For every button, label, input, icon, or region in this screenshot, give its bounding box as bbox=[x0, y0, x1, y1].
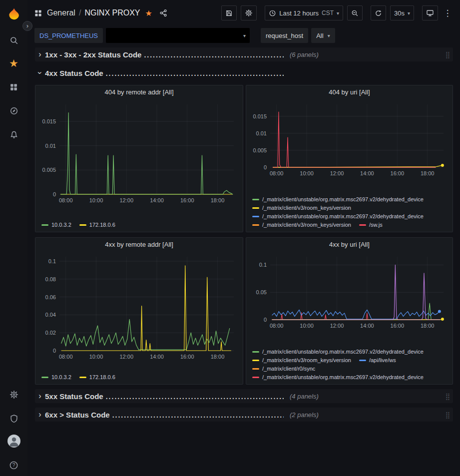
legend-series-swatch-icon bbox=[252, 360, 259, 361]
panel-title[interactable]: 4xx by remote addr [All] bbox=[35, 238, 243, 252]
sidebar: ★ bbox=[0, 0, 27, 476]
svg-text:0.005: 0.005 bbox=[253, 147, 267, 153]
refresh-button[interactable] bbox=[371, 5, 386, 20]
legend-item[interactable]: /_matrix/client/unstable/org.matrix.msc2… bbox=[252, 196, 424, 202]
legend-item[interactable]: /_matrix/client/r0/sync bbox=[252, 366, 315, 372]
panel-title[interactable]: 404 by remote addr [All] bbox=[35, 85, 243, 99]
sidebar-expand-button[interactable]: › bbox=[22, 21, 32, 31]
panel-title[interactable]: 4xx by uri [All] bbox=[246, 238, 453, 252]
apps-grid-icon bbox=[34, 9, 42, 17]
legend-item[interactable]: 10.0.3.2 bbox=[41, 222, 71, 228]
row-title: 5xx Status Code bbox=[45, 392, 103, 401]
sidebar-item-dashboards[interactable] bbox=[0, 76, 27, 97]
datasource-select[interactable]: ▾ bbox=[106, 28, 250, 43]
timeseries-chart[interactable]: 08:0010:0012:0014:0016:0018:0000.0050.01… bbox=[248, 99, 451, 178]
legend-series-label: /_matrix/client/unstable/org.matrix.msc2… bbox=[262, 374, 424, 380]
legend-series-label: /_matrix/client/r0/sync bbox=[262, 366, 315, 372]
legend-series-label: 10.0.3.2 bbox=[51, 374, 71, 380]
sidebar-item-configuration[interactable] bbox=[0, 384, 27, 405]
svg-text:14:00: 14:00 bbox=[150, 354, 164, 360]
row-drag-handle-icon[interactable]: ⣿ bbox=[445, 51, 450, 58]
svg-text:?: ? bbox=[12, 463, 15, 468]
svg-text:0.015: 0.015 bbox=[253, 113, 267, 119]
row-panel-count: (4 panels) bbox=[290, 393, 319, 400]
legend-series-swatch-icon bbox=[79, 377, 86, 378]
svg-text:16:00: 16:00 bbox=[180, 354, 194, 360]
svg-text:08:00: 08:00 bbox=[59, 354, 73, 360]
svg-text:0.05: 0.05 bbox=[256, 289, 267, 295]
legend-series-label: 172.18.0.6 bbox=[89, 374, 115, 380]
kebab-icon: ⋮ bbox=[444, 8, 452, 18]
timeseries-chart[interactable]: 08:0010:0012:0014:0016:0018:0000.020.040… bbox=[37, 252, 241, 362]
chart-legend: 10.0.3.2172.18.0.6 bbox=[35, 220, 243, 232]
legend-series-label: /sw.js bbox=[369, 222, 383, 228]
timeseries-chart[interactable]: 08:0010:0012:0014:0016:0018:0000.0050.01… bbox=[37, 99, 241, 205]
legend-item[interactable]: /_matrix/client/v3/room_keys/version bbox=[252, 205, 351, 211]
panel-title[interactable]: 404 by uri [All] bbox=[246, 85, 453, 99]
row-header-6xx[interactable]: › 6xx > Status Code ....................… bbox=[35, 408, 453, 422]
tv-mode-button[interactable] bbox=[422, 5, 438, 20]
row-header-4xx[interactable]: › 4xx Status Code ......................… bbox=[35, 66, 453, 80]
bell-icon bbox=[9, 130, 18, 139]
row-drag-handle-icon[interactable]: ⣿ bbox=[445, 393, 450, 400]
chevron-down-icon: ▾ bbox=[408, 10, 410, 16]
legend-item[interactable]: 10.0.3.2 bbox=[41, 374, 71, 380]
legend-item[interactable]: /_matrix/client/unstable/org.matrix.msc2… bbox=[252, 213, 424, 219]
share-icon[interactable] bbox=[159, 9, 167, 17]
legend-item[interactable]: /_matrix/client/v3/room_keys/version bbox=[252, 357, 351, 363]
legend-item[interactable]: /_matrix/client/unstable/org.matrix.msc2… bbox=[252, 349, 424, 355]
datasource-variable-label[interactable]: DS_PROMETHEUS bbox=[34, 28, 103, 43]
sidebar-item-alerting[interactable] bbox=[0, 124, 27, 145]
legend-series-swatch-icon bbox=[41, 224, 48, 226]
row-header-1xx-3xx-2xx[interactable]: › 1xx - 3xx - 2xx Status Code ..........… bbox=[35, 47, 453, 61]
refresh-interval-select[interactable]: 30s ▾ bbox=[390, 5, 414, 20]
sidebar-item-help[interactable]: ? bbox=[0, 455, 27, 476]
favorite-star-icon[interactable]: ★ bbox=[145, 8, 152, 18]
row-title-dots: ........................................… bbox=[106, 69, 284, 77]
legend-item[interactable]: /api/live/ws bbox=[359, 357, 396, 363]
svg-text:0.015: 0.015 bbox=[42, 118, 56, 124]
kebab-menu-button[interactable]: ⋮ bbox=[442, 8, 453, 18]
row-panel-count: (2 panels) bbox=[290, 411, 319, 419]
breadcrumb-folder[interactable]: General bbox=[47, 8, 75, 17]
save-dashboard-button[interactable] bbox=[221, 5, 237, 20]
chart-legend: /_matrix/client/unstable/org.matrix.msc2… bbox=[246, 347, 453, 384]
chevron-right-icon: › bbox=[35, 50, 45, 59]
legend-item[interactable]: /_matrix/client/unstable/org.matrix.msc2… bbox=[252, 374, 424, 380]
chevron-down-icon: ▾ bbox=[328, 33, 330, 38]
sidebar-item-explore[interactable] bbox=[0, 100, 27, 121]
sidebar-item-profile[interactable] bbox=[0, 431, 27, 452]
compass-icon bbox=[9, 106, 18, 115]
legend-item[interactable]: /_matrix/client/v3/room_keys/version bbox=[252, 222, 351, 228]
row-drag-handle-icon[interactable]: ⣿ bbox=[445, 411, 450, 419]
sidebar-item-server-admin[interactable] bbox=[0, 408, 27, 429]
request-host-select[interactable]: All ▾ bbox=[311, 28, 335, 43]
svg-text:14:00: 14:00 bbox=[150, 197, 164, 203]
dashboard-settings-button[interactable] bbox=[241, 5, 257, 20]
chart-legend: 10.0.3.2172.18.0.6 bbox=[35, 372, 243, 384]
svg-text:0.01: 0.01 bbox=[256, 130, 267, 136]
legend-series-label: /_matrix/client/v3/room_keys/version bbox=[262, 205, 351, 211]
legend-item[interactable]: 172.18.0.6 bbox=[79, 374, 115, 380]
svg-text:0.1: 0.1 bbox=[48, 258, 56, 264]
star-icon: ★ bbox=[9, 57, 18, 69]
svg-text:0.1: 0.1 bbox=[259, 262, 267, 268]
dashboard-title[interactable]: NGINX PROXY bbox=[84, 8, 140, 17]
timeseries-chart[interactable]: 08:0010:0012:0014:0016:0018:0000.050.1 bbox=[248, 252, 451, 331]
toolbar: Last 12 hours CST ▾ 30s ▾ ⋮ bbox=[221, 5, 453, 20]
sidebar-item-starred[interactable]: ★ bbox=[0, 53, 27, 74]
chart-legend: /_matrix/client/unstable/org.matrix.msc2… bbox=[246, 194, 453, 232]
svg-text:0.01: 0.01 bbox=[45, 143, 56, 149]
panel-4xx-by-remote-addr: 4xx by remote addr [All] 08:0010:0012:00… bbox=[35, 237, 243, 385]
svg-text:18:00: 18:00 bbox=[421, 323, 435, 329]
sidebar-item-search[interactable] bbox=[0, 30, 27, 51]
row-header-5xx[interactable]: › 5xx Status Code ......................… bbox=[35, 389, 453, 403]
zoom-out-button[interactable] bbox=[347, 5, 363, 20]
dashboard-variables-bar: DS_PROMETHEUS ▾ request_host All ▾ bbox=[27, 26, 460, 45]
legend-item[interactable]: /sw.js bbox=[359, 222, 383, 228]
legend-item[interactable]: 172.18.0.6 bbox=[79, 222, 115, 228]
refresh-icon bbox=[375, 9, 382, 17]
time-range-button[interactable]: Last 12 hours CST ▾ bbox=[265, 5, 343, 20]
time-range-label: Last 12 hours bbox=[279, 9, 319, 17]
legend-series-swatch-icon bbox=[252, 351, 259, 353]
